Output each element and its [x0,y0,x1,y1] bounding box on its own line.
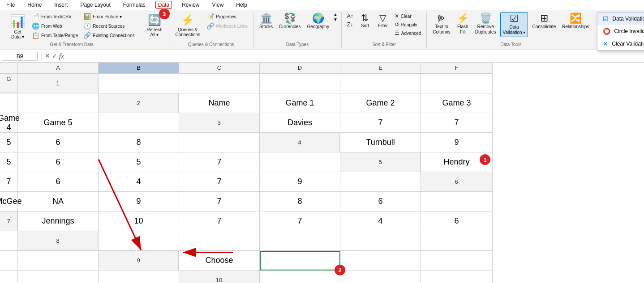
properties-button[interactable]: 📝 Properties [205,12,249,21]
workbook-links-button[interactable]: 🔗 Workbook Links [205,21,249,30]
cell-d4[interactable]: 6 [18,152,99,172]
circle-invalid-item[interactable]: ⭕ Circle Invalid Data [597,25,644,38]
col-header-b[interactable]: B [99,63,179,74]
cell-d3[interactable]: 5 [0,133,18,152]
menu-home[interactable]: Home [25,1,44,9]
flash-fill-button[interactable]: ⚡ FlashFill [455,12,471,36]
cell-b1[interactable] [179,74,260,93]
menu-page-layout[interactable]: Page Layout [77,1,113,9]
insert-function-icon[interactable]: fx [59,52,64,60]
row-header-3[interactable]: 3 [179,113,260,133]
cell-g5[interactable] [340,172,421,192]
cell-g2[interactable] [99,113,179,133]
cell-f3[interactable]: 8 [99,133,179,152]
cell-c10[interactable] [421,270,493,283]
cell-f4[interactable]: 7 [179,152,260,172]
consolidate-button[interactable]: ⊞ Consolidate [530,12,558,31]
cell-c2[interactable]: Game 2 [340,93,421,113]
reapply-button[interactable]: ↺ Reapply [393,21,423,29]
cell-c6[interactable]: 9 [99,192,179,211]
data-validation-dropdown-item[interactable]: ☑ Data Validation... [597,13,644,25]
cell-e3[interactable]: 6 [18,133,99,152]
cell-g8[interactable] [18,251,99,270]
row-header-4[interactable]: 4 [260,133,340,152]
cell-a10[interactable] [260,270,340,283]
cell-a9[interactable]: Choose [179,251,260,270]
row-header-2[interactable]: 2 [99,93,179,113]
cell-g1[interactable] [18,93,99,113]
cell-e9[interactable] [0,270,18,283]
row-header-9[interactable]: 9 [99,251,179,270]
col-header-e[interactable]: E [340,63,421,74]
data-validation-button[interactable]: ☑ DataValidation ▾ [500,12,528,37]
menu-insert[interactable]: Insert [52,1,70,9]
menu-file[interactable]: File [4,1,17,9]
cell-b3[interactable]: 7 [340,113,421,133]
menu-data[interactable]: Data [155,1,172,9]
sort-az-button[interactable]: A↑ [345,12,355,20]
cell-d6[interactable]: 7 [179,192,260,211]
cell-f5[interactable]: 9 [260,172,340,192]
cell-f7[interactable]: 6 [421,211,493,231]
cell-b4[interactable]: 9 [421,133,493,152]
cell-d9[interactable] [421,251,493,270]
cell-f1[interactable] [0,93,18,113]
data-types-scroll-down[interactable]: ▼ [333,17,338,22]
row-header-6[interactable]: 6 [421,172,493,192]
cell-reference-input[interactable] [2,52,38,61]
confirm-icon[interactable]: ✓ [52,52,57,60]
filter-button[interactable]: ▽ Filter [375,12,391,30]
cell-d5[interactable]: 4 [99,172,179,192]
geography-button[interactable]: 🌍 Geography [305,12,331,31]
cell-b5[interactable]: 7 [0,172,18,192]
remove-duplicates-button[interactable]: 🗑️ RemoveDuplicates [473,12,498,36]
cell-b10[interactable] [340,270,421,283]
menu-formulas[interactable]: Formulas [120,1,148,9]
stocks-button[interactable]: 🏛️ Stocks [257,12,275,31]
cell-f2[interactable]: Game 5 [18,113,99,133]
cell-g9[interactable] [99,270,179,283]
row-header-10[interactable]: 10 [179,270,260,283]
cell-e7[interactable]: 4 [340,211,421,231]
cancel-icon[interactable]: ✕ [45,52,50,60]
cell-f6[interactable]: 6 [340,192,421,211]
menu-help[interactable]: Help [233,1,250,9]
cell-a6[interactable]: McGee [0,192,18,211]
cell-f9[interactable] [18,270,99,283]
cell-e4[interactable]: 5 [99,152,179,172]
from-table-button[interactable]: 📋 From Table/Range [30,31,80,40]
sort-za-button[interactable]: Z↓ [345,21,355,29]
col-header-a[interactable]: A [18,63,99,74]
sort-button[interactable]: ⇅ Sort [357,12,373,30]
cell-b2[interactable]: Game 1 [260,93,340,113]
cell-g4[interactable] [260,152,340,172]
get-data-button[interactable]: 📊 GetData ▾ [7,12,28,41]
cell-a4[interactable]: Turnbull [340,133,421,152]
cell-a2[interactable]: Name [179,93,260,113]
cell-d2[interactable]: Game 3 [421,93,493,113]
cell-e8[interactable] [421,231,493,251]
queries-connections-button[interactable]: ⚡ Queries &Connections [173,12,203,39]
cell-g3[interactable] [179,133,260,152]
cell-e1[interactable] [421,74,493,93]
formula-input[interactable] [66,52,642,60]
cell-e2[interactable]: Game 4 [0,113,18,133]
refresh-button[interactable]: 3 🔄 RefreshAll ▾ [144,12,165,39]
existing-connections-button[interactable]: 🔗 Existing Connections [82,31,136,40]
cell-b8[interactable] [179,231,260,251]
advanced-button[interactable]: ☰ Advanced [393,29,423,37]
cell-d1[interactable] [340,74,421,93]
row-header-5[interactable]: 5 [340,152,421,172]
cell-e5[interactable]: 7 [179,172,260,192]
data-types-scroll-up[interactable]: ▲ [333,12,338,17]
relationships-button[interactable]: 🔀 Relationships [560,12,591,31]
menu-review[interactable]: Review [179,1,202,9]
from-text-csv-button[interactable]: 📄 From Text/CSV [30,12,80,21]
col-header-d[interactable]: D [260,63,340,74]
cell-c5[interactable]: 6 [18,172,99,192]
cell-c4[interactable]: 5 [0,152,18,172]
col-header-c[interactable]: C [179,63,260,74]
row-header-7[interactable]: 7 [0,211,18,231]
cell-a8[interactable] [99,231,179,251]
cell-c9[interactable] [340,251,421,270]
